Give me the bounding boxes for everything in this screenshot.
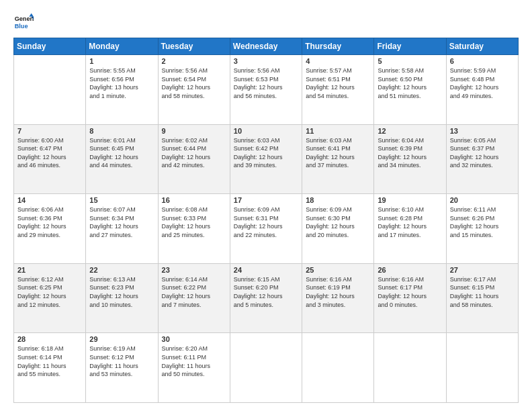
calendar-cell: 21Sunrise: 6:12 AM Sunset: 6:25 PM Dayli… bbox=[14, 263, 86, 333]
day-number: 23 bbox=[162, 266, 226, 274]
svg-marker-2 bbox=[29, 13, 34, 17]
calendar-cell: 22Sunrise: 6:13 AM Sunset: 6:23 PM Dayli… bbox=[86, 263, 158, 333]
calendar-cell: 1Sunrise: 5:55 AM Sunset: 6:56 PM Daylig… bbox=[86, 55, 158, 125]
day-info: Sunrise: 5:57 AM Sunset: 6:51 PM Dayligh… bbox=[306, 66, 370, 100]
day-info: Sunrise: 6:01 AM Sunset: 6:45 PM Dayligh… bbox=[89, 136, 154, 170]
calendar-cell: 24Sunrise: 6:15 AM Sunset: 6:20 PM Dayli… bbox=[230, 263, 302, 333]
day-info: Sunrise: 6:16 AM Sunset: 6:19 PM Dayligh… bbox=[306, 275, 370, 309]
day-number: 5 bbox=[378, 57, 442, 65]
day-number: 3 bbox=[234, 57, 298, 65]
weekday-header-saturday: Saturday bbox=[446, 38, 518, 55]
day-number: 9 bbox=[162, 127, 226, 135]
day-info: Sunrise: 5:55 AM Sunset: 6:56 PM Dayligh… bbox=[89, 66, 154, 100]
day-info: Sunrise: 6:08 AM Sunset: 6:33 PM Dayligh… bbox=[162, 205, 226, 239]
calendar-cell: 13Sunrise: 6:05 AM Sunset: 6:37 PM Dayli… bbox=[446, 124, 518, 194]
day-info: Sunrise: 5:56 AM Sunset: 6:53 PM Dayligh… bbox=[234, 66, 298, 100]
day-number: 15 bbox=[89, 196, 154, 204]
day-info: Sunrise: 6:15 AM Sunset: 6:20 PM Dayligh… bbox=[234, 275, 298, 309]
calendar-cell: 30Sunrise: 6:20 AM Sunset: 6:11 PM Dayli… bbox=[158, 333, 230, 403]
day-info: Sunrise: 6:00 AM Sunset: 6:47 PM Dayligh… bbox=[17, 136, 82, 170]
calendar-cell bbox=[446, 333, 518, 403]
day-number: 18 bbox=[306, 196, 370, 204]
calendar-cell: 16Sunrise: 6:08 AM Sunset: 6:33 PM Dayli… bbox=[158, 194, 230, 264]
week-row-5: 28Sunrise: 6:18 AM Sunset: 6:14 PM Dayli… bbox=[14, 333, 519, 403]
page: General Blue SundayMondayTuesdayWednesda… bbox=[0, 0, 532, 411]
day-number: 17 bbox=[234, 196, 298, 204]
day-info: Sunrise: 6:19 AM Sunset: 6:12 PM Dayligh… bbox=[89, 345, 154, 378]
calendar-cell: 25Sunrise: 6:16 AM Sunset: 6:19 PM Dayli… bbox=[302, 263, 374, 333]
day-number: 7 bbox=[17, 127, 82, 135]
day-number: 21 bbox=[17, 266, 82, 274]
day-info: Sunrise: 6:18 AM Sunset: 6:14 PM Dayligh… bbox=[17, 345, 82, 378]
calendar-cell: 3Sunrise: 5:56 AM Sunset: 6:53 PM Daylig… bbox=[230, 55, 302, 125]
day-info: Sunrise: 6:09 AM Sunset: 6:30 PM Dayligh… bbox=[306, 205, 370, 239]
weekday-header-wednesday: Wednesday bbox=[230, 38, 302, 55]
day-number: 2 bbox=[162, 57, 226, 65]
logo: General Blue bbox=[13, 12, 34, 32]
day-info: Sunrise: 6:02 AM Sunset: 6:44 PM Dayligh… bbox=[162, 136, 226, 170]
calendar-cell: 7Sunrise: 6:00 AM Sunset: 6:47 PM Daylig… bbox=[14, 124, 86, 194]
calendar-cell: 27Sunrise: 6:17 AM Sunset: 6:15 PM Dayli… bbox=[446, 263, 518, 333]
calendar-cell: 6Sunrise: 5:59 AM Sunset: 6:48 PM Daylig… bbox=[446, 55, 518, 125]
calendar-cell bbox=[14, 55, 86, 125]
calendar-cell: 4Sunrise: 5:57 AM Sunset: 6:51 PM Daylig… bbox=[302, 55, 374, 125]
day-info: Sunrise: 6:12 AM Sunset: 6:25 PM Dayligh… bbox=[17, 275, 82, 309]
day-number: 25 bbox=[306, 266, 370, 274]
calendar-cell bbox=[374, 333, 446, 403]
day-number: 14 bbox=[17, 196, 82, 204]
calendar-cell: 29Sunrise: 6:19 AM Sunset: 6:12 PM Dayli… bbox=[86, 333, 158, 403]
calendar-cell: 14Sunrise: 6:06 AM Sunset: 6:36 PM Dayli… bbox=[14, 194, 86, 264]
day-number: 30 bbox=[162, 335, 226, 343]
week-row-2: 7Sunrise: 6:00 AM Sunset: 6:47 PM Daylig… bbox=[14, 124, 519, 194]
day-info: Sunrise: 6:03 AM Sunset: 6:42 PM Dayligh… bbox=[234, 136, 298, 170]
day-number: 10 bbox=[234, 127, 298, 135]
weekday-header-friday: Friday bbox=[374, 38, 446, 55]
day-number: 27 bbox=[450, 266, 515, 274]
day-number: 4 bbox=[306, 57, 370, 65]
weekday-header-row: SundayMondayTuesdayWednesdayThursdayFrid… bbox=[14, 38, 519, 55]
day-number: 12 bbox=[378, 127, 442, 135]
week-row-1: 1Sunrise: 5:55 AM Sunset: 6:56 PM Daylig… bbox=[14, 55, 519, 125]
day-number: 6 bbox=[450, 57, 515, 65]
calendar-cell: 10Sunrise: 6:03 AM Sunset: 6:42 PM Dayli… bbox=[230, 124, 302, 194]
day-number: 22 bbox=[89, 266, 154, 274]
day-info: Sunrise: 6:09 AM Sunset: 6:31 PM Dayligh… bbox=[234, 205, 298, 239]
day-info: Sunrise: 6:06 AM Sunset: 6:36 PM Dayligh… bbox=[17, 205, 82, 239]
day-info: Sunrise: 6:05 AM Sunset: 6:37 PM Dayligh… bbox=[450, 136, 515, 170]
day-info: Sunrise: 6:14 AM Sunset: 6:22 PM Dayligh… bbox=[162, 275, 226, 309]
day-number: 24 bbox=[234, 266, 298, 274]
weekday-header-thursday: Thursday bbox=[302, 38, 374, 55]
header: General Blue bbox=[13, 12, 519, 32]
day-info: Sunrise: 6:13 AM Sunset: 6:23 PM Dayligh… bbox=[89, 275, 154, 309]
day-number: 28 bbox=[17, 335, 82, 343]
day-info: Sunrise: 6:16 AM Sunset: 6:17 PM Dayligh… bbox=[378, 275, 442, 309]
day-info: Sunrise: 6:11 AM Sunset: 6:26 PM Dayligh… bbox=[450, 205, 515, 239]
day-info: Sunrise: 5:56 AM Sunset: 6:54 PM Dayligh… bbox=[162, 66, 226, 100]
day-number: 29 bbox=[89, 335, 154, 343]
calendar-cell: 20Sunrise: 6:11 AM Sunset: 6:26 PM Dayli… bbox=[446, 194, 518, 264]
day-info: Sunrise: 6:17 AM Sunset: 6:15 PM Dayligh… bbox=[450, 275, 515, 309]
calendar-cell bbox=[302, 333, 374, 403]
day-number: 1 bbox=[89, 57, 154, 65]
weekday-header-tuesday: Tuesday bbox=[158, 38, 230, 55]
calendar-table: SundayMondayTuesdayWednesdayThursdayFrid… bbox=[13, 38, 519, 403]
calendar-cell: 2Sunrise: 5:56 AM Sunset: 6:54 PM Daylig… bbox=[158, 55, 230, 125]
calendar-cell: 8Sunrise: 6:01 AM Sunset: 6:45 PM Daylig… bbox=[86, 124, 158, 194]
day-number: 16 bbox=[162, 196, 226, 204]
calendar-cell: 15Sunrise: 6:07 AM Sunset: 6:34 PM Dayli… bbox=[86, 194, 158, 264]
calendar-cell: 23Sunrise: 6:14 AM Sunset: 6:22 PM Dayli… bbox=[158, 263, 230, 333]
day-number: 11 bbox=[306, 127, 370, 135]
day-info: Sunrise: 6:07 AM Sunset: 6:34 PM Dayligh… bbox=[89, 205, 154, 239]
calendar-cell bbox=[230, 333, 302, 403]
logo-icon: General Blue bbox=[13, 12, 34, 32]
week-row-4: 21Sunrise: 6:12 AM Sunset: 6:25 PM Dayli… bbox=[14, 263, 519, 333]
week-row-3: 14Sunrise: 6:06 AM Sunset: 6:36 PM Dayli… bbox=[14, 194, 519, 264]
calendar-cell: 11Sunrise: 6:03 AM Sunset: 6:41 PM Dayli… bbox=[302, 124, 374, 194]
day-number: 20 bbox=[450, 196, 515, 204]
day-number: 13 bbox=[450, 127, 515, 135]
calendar-cell: 5Sunrise: 5:58 AM Sunset: 6:50 PM Daylig… bbox=[374, 55, 446, 125]
weekday-header-monday: Monday bbox=[86, 38, 158, 55]
day-number: 26 bbox=[378, 266, 442, 274]
day-number: 19 bbox=[378, 196, 442, 204]
day-info: Sunrise: 6:20 AM Sunset: 6:11 PM Dayligh… bbox=[162, 345, 226, 378]
